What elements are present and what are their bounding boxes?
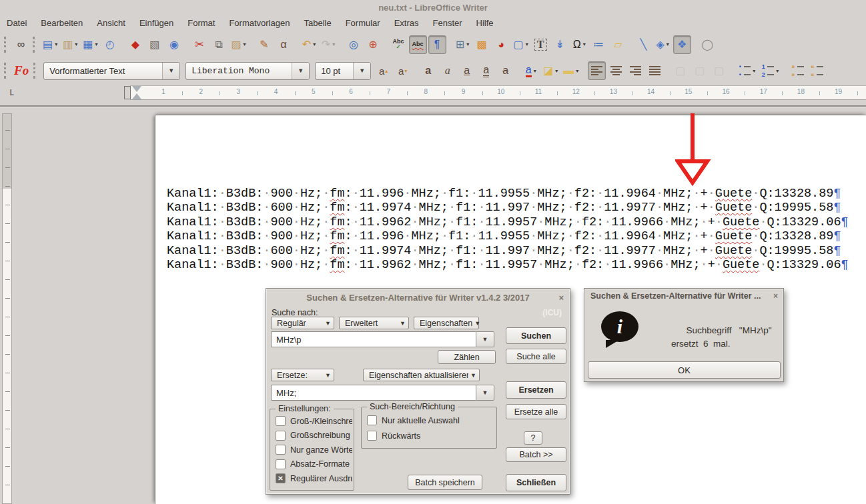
checkbox[interactable] [276,431,286,441]
insert-chart-icon[interactable]: ◕ [492,35,510,54]
clone-formatting-icon[interactable]: ✎ [256,35,274,54]
insert-frame-icon[interactable]: ▢▾ [512,35,530,54]
checkbox[interactable] [276,459,286,469]
disabled-tool-2-icon[interactable]: ▢ [691,61,709,80]
find-toolbar-icon[interactable]: ∞ [12,35,30,54]
document-text[interactable]: Kanal1:·B3dB:·900·Hz;·fm:·11.996·MHz;·f1… [167,187,849,273]
tab-stop-selector[interactable]: L [9,89,14,98]
checkbox[interactable] [367,431,377,441]
highlighting-color-icon[interactable]: ◪▾ [541,61,560,80]
chevron-down-icon[interactable]: ▾ [244,41,246,47]
find-and-replace-icon[interactable]: ◎ [345,35,363,54]
chevron-down-icon[interactable]: ▾ [95,41,97,47]
chevron-down-icon[interactable]: ▼ [292,63,309,79]
menu-bearbeiten[interactable]: Bearbeiten [41,18,83,28]
align-left-icon[interactable] [588,61,606,80]
zaehlen-button[interactable]: Zählen [438,350,496,364]
horizontal-ruler[interactable]: 12345678910111213141516171819 [130,85,866,100]
insert-comment-icon[interactable]: ▱ [609,35,627,54]
double-underline-icon[interactable]: a [477,61,495,80]
chevron-down-icon[interactable]: ▾ [75,41,77,47]
checkbox[interactable] [276,445,286,455]
redo-icon[interactable]: ↷▾ [320,35,338,54]
batch-speichern-button[interactable]: Batch speichern [408,475,482,490]
print-icon[interactable]: ▧ [145,35,163,54]
menu-datei[interactable]: Datei [7,18,27,28]
bold-icon[interactable]: a [419,61,437,80]
clear-formatting-icon[interactable]: α [275,35,293,54]
replace-input[interactable] [271,385,476,401]
print-preview-icon[interactable]: ◉ [165,35,183,54]
suche-alle-button[interactable]: Suche alle [506,349,566,364]
extended-dropdown[interactable]: Erweitert▼ [339,317,409,329]
insert-line-icon[interactable]: ╲ [634,35,653,54]
insert-image-icon[interactable]: ▩ [473,35,491,54]
chevron-down-icon[interactable]: ▾ [583,41,586,47]
increase-indent-icon[interactable]: »» [788,61,806,80]
indent-marker-box[interactable] [124,86,131,99]
chevron-down-icon[interactable]: ▾ [526,41,528,47]
insert-table-icon[interactable]: ⊞▾ [454,35,472,54]
align-justified-icon[interactable] [646,61,664,80]
toolbar-grip[interactable] [4,37,9,53]
checkbox[interactable]: ✕ [276,473,286,483]
batch-button[interactable]: Batch >> [506,447,566,462]
strikethrough-icon[interactable]: a [496,61,514,80]
chevron-down-icon[interactable]: ▾ [313,41,316,47]
font-color-icon[interactable]: a▾ [522,61,540,80]
save-icon[interactable]: ▦▾ [81,35,99,54]
chevron-down-icon[interactable]: ▾ [332,41,335,47]
insert-page-break-icon[interactable]: ↡ [551,35,569,54]
increase-font-size-icon[interactable]: a▴ [374,61,392,80]
italic-icon[interactable]: a [438,61,456,80]
auto-spellcheck-icon[interactable]: Abc [409,35,427,54]
copy-icon[interactable]: ⧉ [209,35,228,54]
insert-field-icon[interactable]: ≔ [590,35,608,54]
decrease-font-size-icon[interactable]: a▾ [394,61,412,80]
chevron-down-icon[interactable]: ▾ [55,41,57,47]
navigator-icon[interactable]: ⊕ [364,35,382,54]
toolbar-grip[interactable] [4,63,9,79]
help-button[interactable]: ? [524,431,542,445]
cut-icon[interactable]: ✂ [190,35,208,54]
paragraph-background-color-icon[interactable]: ▬▾ [561,61,580,80]
close-icon[interactable]: × [773,291,778,301]
align-right-icon[interactable] [626,61,644,80]
numbered-list-icon[interactable]: 12▾ [759,61,781,80]
disabled-tool-1-icon[interactable]: ▢ [671,61,689,80]
chevron-down-icon[interactable]: ▾ [555,68,558,74]
menu-tabelle[interactable]: Tabelle [304,18,331,28]
chevron-down-icon[interactable]: ▾ [753,68,755,74]
vertical-ruler[interactable] [2,113,12,504]
chevron-down-icon[interactable]: ▾ [667,41,669,47]
paragraph-style-combo[interactable]: Vorformatierter Text ▼ [43,62,180,80]
search-input[interactable] [271,331,476,347]
decrease-indent-icon[interactable]: «« [807,61,825,80]
chevron-down-icon[interactable]: ▾ [576,68,578,74]
chevron-down-icon[interactable]: ▼ [476,385,494,401]
checkbox[interactable] [367,415,377,425]
chevron-down-icon[interactable]: ▼ [476,331,494,347]
chevron-down-icon[interactable]: ▼ [162,63,179,79]
chevron-down-icon[interactable]: ▼ [353,63,370,79]
undo-icon[interactable]: ↶▾ [300,35,318,54]
menu-formatvorlagen[interactable]: Formatvorlagen [229,18,290,28]
chevron-down-icon[interactable]: ▾ [466,41,469,47]
alt-search-icon[interactable]: Fo [12,61,31,80]
new-document-icon[interactable]: ▤▾ [41,35,59,54]
update-properties-dropdown[interactable]: Eigenschaften aktualisierer▼ [363,369,480,381]
checkbox[interactable] [276,416,286,426]
menu-extras[interactable]: Extras [394,18,419,28]
toolbar-grip[interactable] [33,37,38,53]
bullet-list-icon[interactable]: ••▾ [735,61,757,80]
chevron-down-icon[interactable]: ▾ [776,68,779,74]
font-size-combo[interactable]: 10 pt ▼ [315,62,371,80]
close-icon[interactable]: × [558,293,564,303]
properties-dropdown[interactable]: Eigenschaften▼ [414,317,479,329]
left-indent-marker[interactable] [132,93,141,99]
menu-hilfe[interactable]: Hilfe [476,18,494,28]
spelling-icon[interactable]: Abc✓ [390,35,408,54]
menu-fenster[interactable]: Fenster [433,18,462,28]
regular-dropdown[interactable]: Regulär▼ [271,317,334,329]
save-with-version-icon[interactable]: ◴ [101,35,119,54]
